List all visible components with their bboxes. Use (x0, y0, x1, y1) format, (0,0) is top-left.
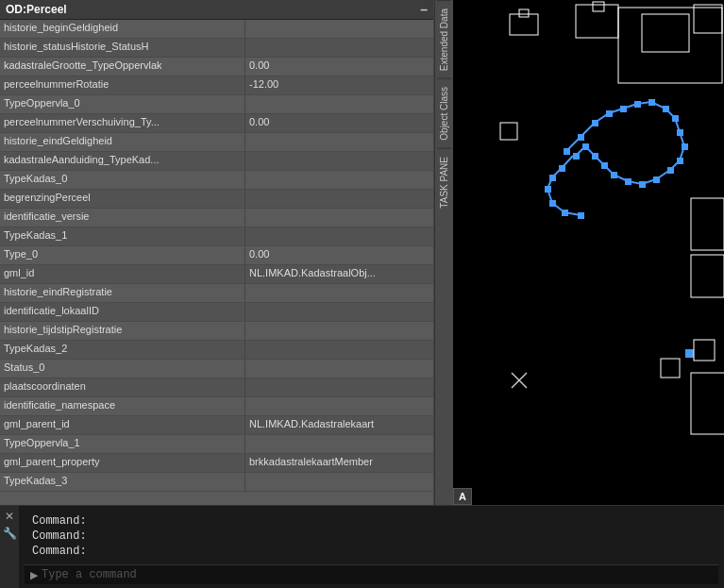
table-row[interactable]: perceelnummerRotatie-12.00 (0, 76, 433, 95)
table-row[interactable]: identificatie_namespace (0, 397, 433, 416)
svg-rect-20 (677, 158, 683, 164)
prop-name: identificatie_versie (0, 209, 245, 227)
svg-rect-12 (606, 110, 613, 117)
prop-value (245, 133, 433, 151)
prop-value (245, 20, 433, 38)
table-row[interactable]: plaatscoordinaten (0, 378, 433, 397)
side-tabs: Extended Data Object Class TASK PANE (434, 0, 453, 505)
svg-rect-28 (582, 143, 589, 150)
table-row[interactable]: gml_idNL.IMKAD.KadastraalObj... (0, 265, 433, 284)
prop-value (245, 209, 433, 227)
prop-name: Type_0 (0, 246, 245, 264)
svg-rect-38 (545, 186, 551, 193)
prop-value (245, 171, 433, 189)
viewport: A (453, 0, 724, 505)
prompt-icon: ▶ (30, 569, 38, 581)
prop-name: TypeKadas_3 (0, 473, 245, 491)
table-row[interactable]: TypeKadas_0 (0, 171, 433, 190)
table-row[interactable]: Type_00.00 (0, 246, 433, 265)
prop-value (245, 227, 433, 245)
svg-rect-40 (562, 210, 568, 216)
svg-rect-14 (634, 101, 641, 108)
command-input[interactable] (42, 568, 713, 581)
svg-rect-36 (559, 165, 565, 172)
command-side-icons: ✕ 🔧 (0, 506, 19, 588)
prop-value (245, 95, 433, 113)
table-row[interactable]: identificatie_lokaalID (0, 303, 433, 322)
table-row[interactable]: historie_tijdstipRegistratie (0, 322, 433, 341)
prop-name: gml_id (0, 265, 245, 283)
property-grid: historie_beginGeldigheidhistorie_statusH… (0, 20, 433, 505)
table-row[interactable]: gml_parent_idNL.IMKAD.Kadastralekaart (0, 416, 433, 435)
prop-value (245, 190, 433, 208)
prop-value (245, 322, 433, 340)
prop-value: brkkadastralekaartMember (245, 454, 433, 472)
panel-title: OD:Perceel (6, 3, 67, 16)
prop-name: Status_0 (0, 360, 245, 378)
settings-icon[interactable]: 🔧 (3, 527, 17, 540)
svg-rect-9 (564, 148, 570, 155)
prop-name: gml_parent_property (0, 454, 245, 472)
table-row[interactable]: TypeOppervla_0 (0, 95, 433, 114)
svg-rect-37 (549, 175, 556, 181)
command-line-2: Command: (32, 529, 711, 544)
prop-name: historie_eindGeldigheid (0, 133, 245, 151)
panel-header: OD:Perceel – (0, 0, 433, 20)
prop-value: NL.IMKAD.Kadastralekaart (245, 416, 433, 434)
table-row[interactable]: kadastraleGrootte_TypeOppervlak0.00 (0, 58, 433, 76)
prop-name: historie_statusHistorie_StatusH (0, 39, 245, 57)
table-row[interactable]: historie_beginGeldigheid (0, 20, 433, 39)
table-row[interactable]: begrenzingPerceel (0, 190, 433, 209)
table-row[interactable]: gml_parent_propertybrkkadastralekaartMem… (0, 454, 433, 473)
svg-rect-15 (648, 99, 655, 106)
command-input-row: ▶ (25, 564, 718, 584)
prop-name: historie_eindRegistratie (0, 284, 245, 302)
svg-rect-18 (677, 129, 683, 136)
svg-rect-19 (682, 143, 688, 150)
svg-rect-22 (653, 176, 660, 183)
prop-value (245, 284, 433, 302)
svg-rect-24 (625, 178, 631, 185)
close-command-icon[interactable]: ✕ (5, 510, 14, 523)
prop-name: historie_beginGeldigheid (0, 20, 245, 38)
svg-rect-26 (601, 162, 608, 169)
table-row[interactable]: TypeKadas_1 (0, 227, 433, 246)
table-row[interactable]: TypeOppervla_1 (0, 435, 433, 454)
table-row[interactable]: historie_eindRegistratie (0, 284, 433, 303)
prop-name: TypeKadas_0 (0, 171, 245, 189)
prop-name: gml_parent_id (0, 416, 245, 434)
minimize-button[interactable]: – (420, 3, 428, 16)
prop-value: 0.00 (245, 246, 433, 264)
prop-value: NL.IMKAD.KadastraalObj... (245, 265, 433, 283)
table-row[interactable]: TypeKadas_3 (0, 473, 433, 492)
svg-rect-13 (620, 106, 627, 112)
command-output: Command: Command: Command: (25, 510, 718, 564)
svg-rect-39 (549, 200, 556, 207)
prop-value (245, 378, 433, 396)
prop-value (245, 360, 433, 378)
table-row[interactable]: kadastraleAanduiding_TypeKad... (0, 152, 433, 171)
command-line-3: Command: (32, 544, 711, 559)
extended-data-tab[interactable]: Extended Data (437, 0, 451, 78)
prop-name: TypeKadas_2 (0, 341, 245, 359)
prop-name: plaatscoordinaten (0, 378, 245, 396)
table-row[interactable]: perceelnummerVerschuiving_Ty...0.00 (0, 114, 433, 133)
object-class-tab[interactable]: Object Class (437, 78, 451, 148)
autocad-button[interactable]: A (453, 488, 472, 505)
svg-rect-21 (667, 167, 674, 174)
svg-rect-27 (592, 153, 598, 160)
table-row[interactable]: historie_eindGeldigheid (0, 133, 433, 152)
prop-name: kadastraleAanduiding_TypeKad... (0, 152, 245, 170)
svg-rect-41 (578, 212, 584, 219)
svg-rect-17 (672, 115, 679, 122)
prop-value (245, 341, 433, 359)
svg-rect-0 (453, 0, 724, 505)
table-row[interactable]: TypeKadas_2 (0, 341, 433, 360)
table-row[interactable]: Status_0 (0, 360, 433, 378)
svg-rect-29 (573, 153, 580, 160)
svg-rect-16 (663, 106, 669, 112)
task-pane-tab[interactable]: TASK PANE (437, 148, 451, 216)
table-row[interactable]: identificatie_versie (0, 209, 433, 227)
svg-rect-10 (578, 134, 584, 141)
table-row[interactable]: historie_statusHistorie_StatusH (0, 39, 433, 58)
